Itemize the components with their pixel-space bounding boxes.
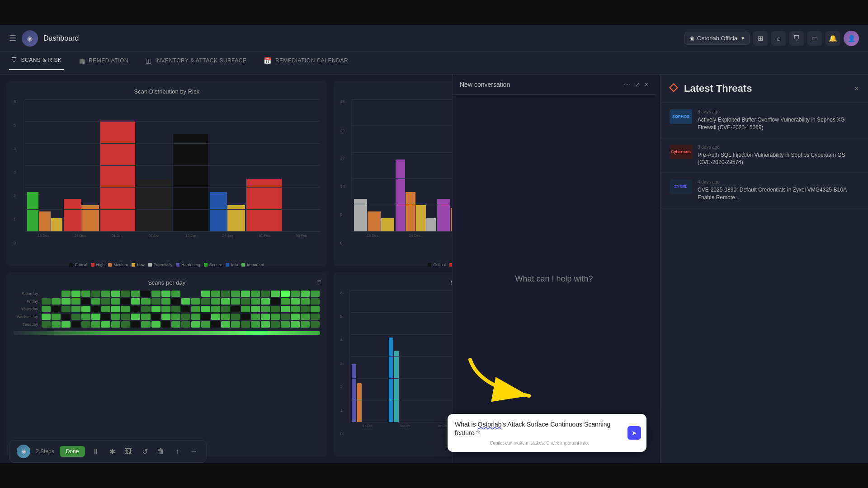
- threats-header: Latest Threats ×: [660, 75, 868, 103]
- shield-icon-button[interactable]: ⛉: [789, 31, 804, 46]
- inventory-tab-icon: ◫: [146, 57, 152, 64]
- cyberoam-logo: Cyberoam: [670, 145, 692, 159]
- image-icon[interactable]: 🖼: [123, 447, 134, 455]
- heatmap-row-tuesday: Tuesday: [14, 321, 320, 328]
- threat-item-1: SOPHOS 3 days ago Actively Exploited Buf…: [660, 103, 868, 138]
- heatmap-row-wednesday: Wednesday: [14, 314, 320, 320]
- nav-tabs: ⛉ SCANS & RISK ▦ REMEDIATION ◫ INVENTORY…: [0, 52, 868, 75]
- logo-icon: ◉: [22, 30, 38, 47]
- copilot-header: New conversation ⋯ ⤢ ×: [453, 75, 656, 95]
- threat-2-desc[interactable]: Pre-Auth SQL Injection Vulnerability in …: [698, 151, 859, 167]
- heatmap: Saturday: [14, 291, 320, 328]
- done-button[interactable]: Done: [60, 446, 85, 457]
- threat-item-2: Cyberoam 3 days ago Pre-Auth SQL Injecti…: [660, 138, 868, 174]
- pause-icon[interactable]: ⏸: [90, 447, 101, 455]
- toolbar-steps-label: 2 Steps: [36, 448, 54, 455]
- hamburger-menu-icon[interactable]: ☰: [9, 33, 16, 43]
- toolbar-avatar: ◉: [17, 445, 30, 458]
- page-title: Dashboard: [43, 34, 79, 42]
- threats-panel: Latest Threats × SOPHOS 3 days ago Activ…: [660, 75, 868, 463]
- copilot-close-icon[interactable]: ×: [645, 81, 648, 88]
- threat-3-desc[interactable]: CVE-2025-0890: Default Credentials in Zy…: [698, 186, 859, 202]
- high-legend-1: High: [96, 263, 105, 267]
- tab-inventory[interactable]: ◫ INVENTORY & ATTACK SURFACE: [144, 57, 248, 70]
- sophos-logo: SOPHOS: [670, 109, 692, 124]
- upload-icon[interactable]: ↑: [172, 447, 183, 455]
- copilot-title: New conversation: [460, 81, 510, 88]
- org-icon: ◉: [689, 35, 694, 42]
- heatmap-row-thursday: Thursday: [14, 306, 320, 312]
- search-icon-button[interactable]: ⌕: [771, 31, 786, 46]
- threats-close-button[interactable]: ×: [854, 84, 859, 94]
- bottom-toolbar: ◉ 2 Steps Done ⏸ ✱ 🖼 ↺ 🗑 ↑ →: [9, 440, 207, 463]
- disclaimer-text: Copilot can make mistakes. Check importa…: [455, 441, 624, 446]
- shield-tab-icon: ⛉: [11, 56, 18, 64]
- zyxel-logo: ZYXEL: [670, 179, 692, 194]
- threats-diamond-icon: [670, 84, 679, 94]
- scan-distribution-chart: Scan Distribution by Risk 0 1 2 3 4 5 6: [7, 81, 327, 266]
- header: ☰ ◉ Dashboard ◉ Ostorlab Official ▾ ⊞ ⌕ …: [0, 25, 868, 52]
- chevron-down-icon: ▾: [741, 35, 745, 42]
- threat-1-desc[interactable]: Actively Exploited Buffer Overflow Vulne…: [698, 116, 859, 131]
- asterisk-icon[interactable]: ✱: [107, 447, 118, 456]
- arrow-annotation: [461, 351, 542, 407]
- monitor-icon-button[interactable]: ▭: [807, 31, 822, 46]
- floating-input-text[interactable]: What is Ostorlab's Attack Surface Contin…: [455, 420, 624, 438]
- forward-icon[interactable]: →: [188, 447, 199, 455]
- tab-remediation[interactable]: ▦ REMEDIATION: [77, 57, 130, 70]
- tab-calendar[interactable]: 📅 REMEDIATION CALENDAR: [262, 57, 350, 70]
- threat-2-time: 3 days ago: [698, 145, 859, 150]
- chart-menu-icon[interactable]: ≡: [317, 278, 321, 286]
- tab-scans-risk[interactable]: ⛉ SCANS & RISK: [9, 56, 64, 70]
- progress-bar: [14, 331, 320, 335]
- copilot-more-icon[interactable]: ⋯: [624, 81, 630, 88]
- scan-distribution-area: 0 1 2 3 4 5 6: [14, 99, 320, 259]
- scans-per-day-area: Saturday: [14, 291, 320, 450]
- bell-icon-button[interactable]: 🔔: [826, 31, 840, 46]
- avatar[interactable]: 👤: [844, 31, 859, 46]
- delete-icon[interactable]: 🗑: [156, 447, 166, 455]
- main-content: Scan Distribution by Risk 0 1 2 3 4 5 6: [0, 75, 868, 463]
- org-selector[interactable]: ◉ Ostorlab Official ▾: [684, 32, 750, 45]
- threat-item-3: ZYXEL 4 days ago CVE-2025-0890: Default …: [660, 173, 868, 208]
- undo-icon[interactable]: ↺: [139, 447, 150, 456]
- copilot-prompt-text: What can I help with?: [515, 274, 593, 284]
- threat-3-time: 4 days ago: [698, 179, 859, 184]
- send-button[interactable]: ➤: [627, 426, 641, 440]
- copilot-expand-icon[interactable]: ⤢: [635, 81, 640, 88]
- calendar-tab-icon: 📅: [264, 57, 272, 64]
- heatmap-row-saturday: Saturday: [14, 291, 320, 297]
- copilot-body: What can I help with?: [453, 95, 656, 463]
- ostorlab-link[interactable]: Ostorlab: [478, 421, 502, 428]
- threat-1-time: 3 days ago: [698, 109, 859, 114]
- floating-input-container: What is Ostorlab's Attack Surface Contin…: [448, 414, 646, 452]
- header-right: ◉ Ostorlab Official ▾ ⊞ ⌕ ⛉ ▭ 🔔 👤: [684, 31, 859, 46]
- header-left: ☰ ◉ Dashboard: [9, 30, 684, 47]
- remediation-tab-icon: ▦: [79, 57, 85, 64]
- threats-title: Latest Threats: [684, 83, 752, 94]
- org-name: Ostorlab Official: [697, 35, 739, 42]
- grid-icon-button[interactable]: ⊞: [753, 31, 768, 46]
- scans-per-day-title: Scans per day: [14, 279, 320, 286]
- scan-distribution-title: Scan Distribution by Risk: [14, 88, 320, 95]
- heatmap-row-friday: Friday: [14, 298, 320, 305]
- scans-per-day-chart: Scans per day ≡ Saturday: [7, 272, 327, 457]
- scan-distribution-legend: Critical High Medium Low Potentially Har…: [14, 263, 320, 267]
